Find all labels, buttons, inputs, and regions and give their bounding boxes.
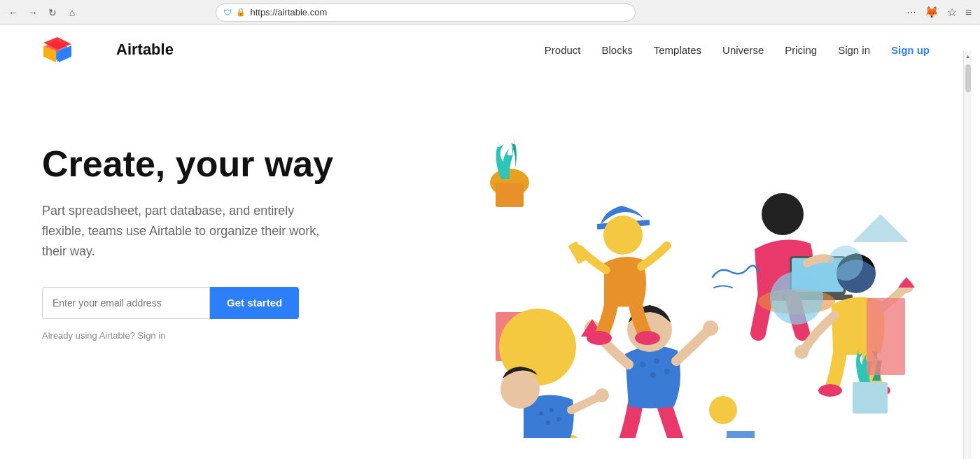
email-input[interactable] bbox=[42, 287, 210, 319]
back-button[interactable]: ← bbox=[6, 5, 21, 20]
svg-rect-38 bbox=[867, 298, 905, 375]
svg-point-35 bbox=[818, 384, 842, 397]
page-content: ▲ ▼ bbox=[0, 25, 972, 459]
hero-illustration-area bbox=[406, 102, 930, 452]
bookmark-icon[interactable]: ☆ bbox=[944, 4, 960, 20]
svg-marker-34 bbox=[898, 277, 915, 288]
svg-point-11 bbox=[595, 388, 609, 402]
svg-point-6 bbox=[539, 411, 543, 416]
email-form: Get started bbox=[42, 287, 406, 319]
svg-point-25 bbox=[635, 331, 660, 345]
url-text: https://airtable.com bbox=[250, 7, 327, 17]
svg-point-14 bbox=[640, 362, 645, 367]
svg-point-16 bbox=[650, 372, 656, 378]
hero-left: Create, your way Part spreadsheet, part … bbox=[42, 102, 406, 341]
hamburger-icon[interactable]: ≡ bbox=[962, 5, 974, 20]
nav-signin[interactable]: Sign in bbox=[838, 44, 870, 56]
nav-blocks[interactable]: Blocks bbox=[602, 44, 633, 56]
svg-point-24 bbox=[587, 331, 612, 345]
svg-point-9 bbox=[556, 417, 561, 421]
svg-point-15 bbox=[654, 358, 659, 364]
more-options-icon[interactable]: ··· bbox=[904, 5, 918, 20]
svg-point-26 bbox=[762, 193, 804, 235]
nav-pricing[interactable]: Pricing bbox=[785, 44, 817, 56]
svg-rect-43 bbox=[727, 431, 755, 438]
nav-links: Product Blocks Templates Universe Pricin… bbox=[545, 44, 930, 56]
svg-point-39 bbox=[770, 271, 823, 325]
svg-point-32 bbox=[794, 345, 808, 359]
svg-point-8 bbox=[546, 421, 550, 425]
fox-shield-icon[interactable]: 🦊 bbox=[922, 4, 941, 20]
signin-prompt: Already using Airtable? Sign in bbox=[42, 330, 406, 341]
nav-product[interactable]: Product bbox=[545, 44, 581, 56]
hero-section: Create, your way Part spreadsheet, part … bbox=[0, 74, 972, 459]
forward-button[interactable]: → bbox=[25, 5, 41, 20]
svg-point-40 bbox=[828, 246, 863, 281]
svg-point-42 bbox=[709, 396, 737, 424]
nav-templates[interactable]: Templates bbox=[654, 44, 701, 56]
hero-title: Create, your way bbox=[42, 144, 406, 184]
svg-point-22 bbox=[603, 216, 643, 255]
hero-subtitle: Part spreadsheet, part database, and ent… bbox=[42, 201, 336, 261]
address-bar[interactable]: 🛡 🔒 https://airtable.com bbox=[216, 3, 636, 22]
refresh-button[interactable]: ↻ bbox=[45, 5, 60, 20]
hero-illustration bbox=[454, 88, 944, 438]
svg-point-17 bbox=[664, 369, 670, 374]
svg-rect-37 bbox=[853, 382, 888, 414]
get-started-button[interactable]: Get started bbox=[210, 287, 299, 319]
nav-signup[interactable]: Sign up bbox=[891, 44, 930, 56]
logo-svg bbox=[42, 36, 73, 64]
lock-icon: 🔒 bbox=[236, 8, 246, 17]
logo-area[interactable]: Airtable bbox=[42, 36, 174, 63]
logo-text: Airtable bbox=[116, 41, 174, 59]
navbar: Airtable Product Blocks Templates Univer… bbox=[0, 25, 972, 74]
browser-chrome: ← → ↻ ⌂ 🛡 🔒 https://airtable.com ··· 🦊 ☆… bbox=[0, 0, 980, 25]
home-button[interactable]: ⌂ bbox=[64, 5, 80, 20]
svg-rect-3 bbox=[496, 183, 524, 207]
shield-icon: 🛡 bbox=[223, 8, 232, 17]
nav-universe[interactable]: Universe bbox=[722, 44, 764, 56]
svg-point-20 bbox=[703, 320, 718, 336]
browser-menu-icons: ··· 🦊 ☆ ≡ bbox=[904, 4, 974, 20]
svg-point-7 bbox=[550, 408, 554, 412]
svg-marker-41 bbox=[853, 214, 909, 242]
